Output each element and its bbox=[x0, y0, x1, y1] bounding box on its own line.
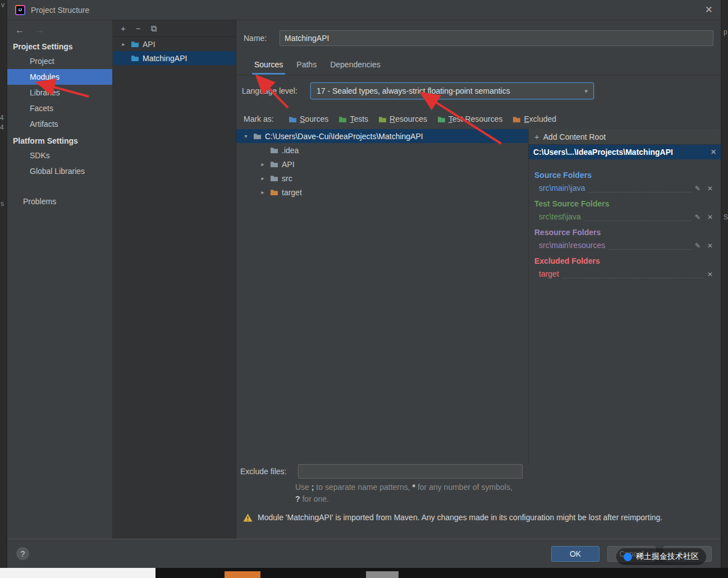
project-structure-dialog: IJ Project Structure ✕ ← → Project Setti… bbox=[7, 0, 721, 568]
folder-icon bbox=[270, 175, 278, 182]
tree-item-label: API bbox=[282, 160, 295, 169]
tests-folder-icon bbox=[338, 116, 347, 123]
resource-folder-entry[interactable]: src\main\resources ✎ ✕ bbox=[539, 241, 713, 250]
close-icon[interactable]: ✕ bbox=[705, 5, 713, 15]
mark-as-label: Mark as: bbox=[244, 114, 289, 123]
tab-paths[interactable]: Paths bbox=[290, 56, 323, 75]
test-source-folders-header: Test Source Folders bbox=[534, 199, 715, 208]
chip-label: Resources bbox=[390, 114, 427, 123]
content-root-header[interactable]: C:\Users\...\IdeaProjects\MatchingAPI ✕ bbox=[529, 145, 721, 159]
platform-settings-header: Platform Settings bbox=[7, 132, 112, 148]
juejin-watermark: 稀土掘金技术社区 bbox=[616, 548, 706, 565]
mark-as-sources[interactable]: Sources bbox=[289, 114, 328, 123]
folder-path: src\main\resources bbox=[539, 241, 605, 250]
sidebar-item-artifacts[interactable]: Artifacts bbox=[7, 116, 112, 132]
sidebar-item-problems[interactable]: Problems bbox=[7, 194, 112, 209]
project-settings-header: Project Settings bbox=[7, 38, 112, 53]
add-content-root-button[interactable]: + Add Content Root bbox=[529, 129, 721, 145]
content-root-path: C:\Users\...\IdeaProjects\MatchingAPI bbox=[533, 148, 673, 157]
dialog-title: Project Structure bbox=[31, 6, 89, 15]
forward-arrow-icon: → bbox=[35, 25, 44, 35]
sidebar-item-project[interactable]: Project bbox=[7, 53, 112, 69]
language-level-select[interactable]: 17 - Sealed types, always-strict floatin… bbox=[310, 82, 594, 99]
edit-pencil-icon[interactable]: ✎ bbox=[695, 242, 700, 250]
copy-module-icon[interactable]: ⧉ bbox=[151, 24, 157, 34]
remove-folder-icon[interactable]: ✕ bbox=[707, 242, 713, 250]
module-folder-icon bbox=[131, 54, 139, 62]
help-button[interactable]: ? bbox=[16, 547, 29, 560]
remove-folder-icon[interactable]: ✕ bbox=[707, 213, 713, 221]
excluded-folder-icon bbox=[270, 189, 278, 196]
dialog-footer: ? OK Cancel Apply bbox=[7, 539, 721, 568]
mark-as-excluded[interactable]: Excluded bbox=[512, 114, 556, 123]
module-row-api[interactable]: ▸ API bbox=[113, 37, 236, 51]
mark-as-resources[interactable]: Resources bbox=[378, 114, 427, 123]
tab-bar: Sources Paths Dependencies bbox=[236, 54, 721, 75]
chevron-right-icon[interactable]: ▸ bbox=[259, 175, 267, 181]
module-row-matchingapi[interactable]: MatchingAPI bbox=[113, 51, 236, 65]
ok-button[interactable]: OK bbox=[551, 546, 599, 562]
folder-path: src\main\java bbox=[539, 184, 585, 192]
chip-label: Sources bbox=[300, 114, 328, 123]
sidebar-item-libraries[interactable]: Libraries bbox=[7, 85, 112, 100]
chevron-right-icon[interactable]: ▸ bbox=[120, 41, 127, 47]
tree-row-target[interactable]: ▸ target bbox=[236, 185, 528, 199]
edge-text-fragment: 4 bbox=[0, 114, 4, 122]
remove-folder-icon[interactable]: ✕ bbox=[707, 185, 713, 192]
back-arrow-icon[interactable]: ← bbox=[15, 25, 24, 35]
sidebar-item-sdks[interactable]: SDKs bbox=[7, 148, 112, 163]
name-label: Name: bbox=[244, 34, 280, 43]
chevron-down-icon[interactable]: ▾ bbox=[242, 133, 250, 139]
tree-root-path: C:\Users\Dave-Cui\IdeaProjects\MatchingA… bbox=[265, 132, 423, 141]
tree-row-idea[interactable]: .idea bbox=[236, 143, 528, 157]
exclude-files-label: Exclude files: bbox=[240, 467, 298, 476]
tree-item-label: .idea bbox=[282, 146, 299, 155]
edit-pencil-icon[interactable]: ✎ bbox=[695, 213, 700, 221]
exclude-files-input[interactable] bbox=[298, 464, 523, 479]
tree-row-api[interactable]: ▸ API bbox=[236, 157, 528, 171]
dialog-titlebar[interactable]: IJ Project Structure ✕ bbox=[7, 0, 721, 20]
add-module-icon[interactable]: + bbox=[121, 24, 126, 33]
taskbar-strip bbox=[0, 568, 728, 578]
folder-icon bbox=[270, 146, 278, 154]
tree-item-label: target bbox=[282, 188, 302, 197]
folder-path: src\test\java bbox=[539, 212, 581, 221]
chevron-down-icon[interactable]: ▾ bbox=[584, 88, 588, 95]
sidebar-item-facets[interactable]: Facets bbox=[7, 100, 112, 116]
chevron-right-icon[interactable]: ▸ bbox=[259, 189, 267, 195]
resource-folders-header: Resource Folders bbox=[534, 228, 715, 237]
sidebar-item-modules[interactable]: Modules bbox=[7, 69, 112, 85]
tree-row-src[interactable]: ▸ src bbox=[236, 171, 528, 185]
folder-icon bbox=[270, 160, 278, 168]
mark-as-test-resources[interactable]: Test Resources bbox=[437, 114, 502, 123]
chevron-right-icon[interactable]: ▸ bbox=[259, 161, 267, 167]
module-folder-icon bbox=[131, 40, 139, 48]
edge-text-fragment: p bbox=[724, 28, 727, 36]
tab-sources[interactable]: Sources bbox=[248, 56, 290, 75]
test-source-folder-entry[interactable]: src\test\java ✎ ✕ bbox=[539, 212, 713, 221]
remove-folder-icon[interactable]: ✕ bbox=[707, 270, 713, 278]
module-name: API bbox=[143, 40, 155, 49]
content-root-tree: ▾ C:\Users\Dave-Cui\IdeaProjects\Matchin… bbox=[236, 129, 528, 464]
resources-folder-icon bbox=[378, 116, 387, 123]
tree-row-root[interactable]: ▾ C:\Users\Dave-Cui\IdeaProjects\Matchin… bbox=[236, 129, 528, 143]
taskbar-fragment bbox=[225, 571, 260, 578]
remove-module-icon[interactable]: − bbox=[136, 24, 141, 33]
settings-sidebar: ← → Project Settings Project Modules Lib… bbox=[7, 20, 113, 539]
edge-text-fragment: s bbox=[1, 200, 4, 208]
edit-pencil-icon[interactable]: ✎ bbox=[695, 185, 700, 192]
intellij-logo-icon: IJ bbox=[15, 5, 25, 15]
juejin-logo-icon bbox=[624, 553, 632, 561]
exclude-files-hint: Use ; to separate name patterns, * for a… bbox=[295, 481, 515, 505]
tab-dependencies[interactable]: Dependencies bbox=[323, 56, 387, 75]
name-input[interactable]: MatchingAPI bbox=[280, 30, 713, 46]
excluded-folder-entry[interactable]: target ✕ bbox=[539, 269, 713, 278]
sidebar-item-global-libraries[interactable]: Global Libraries bbox=[7, 163, 112, 179]
name-value: MatchingAPI bbox=[285, 34, 329, 43]
mark-as-tests[interactable]: Tests bbox=[338, 114, 368, 123]
warning-icon bbox=[243, 513, 253, 522]
remove-content-root-icon[interactable]: ✕ bbox=[711, 148, 716, 156]
screen: v 4 4 s 2 p S IJ Project Structure ✕ ← →… bbox=[0, 0, 728, 578]
source-folder-entry[interactable]: src\main\java ✎ ✕ bbox=[539, 184, 713, 192]
folder-icon bbox=[253, 132, 262, 140]
